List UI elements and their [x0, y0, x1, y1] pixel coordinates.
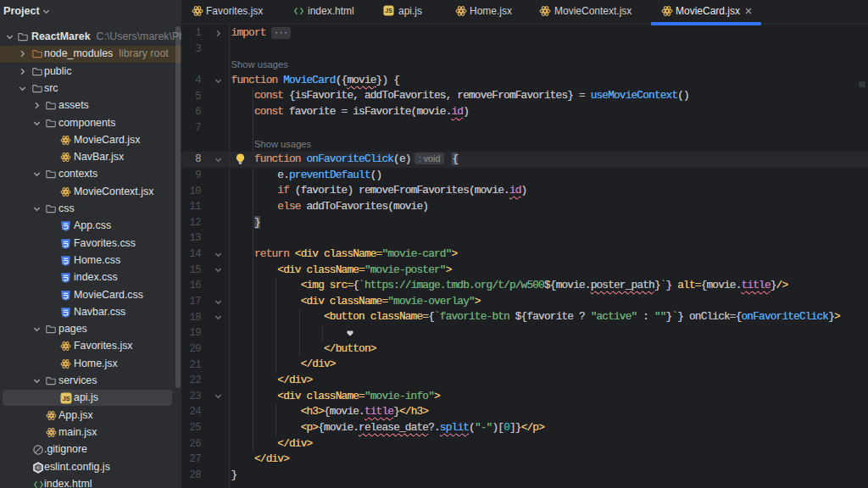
svg-text:JS: JS [386, 8, 393, 14]
svg-text:JS: JS [63, 395, 70, 402]
